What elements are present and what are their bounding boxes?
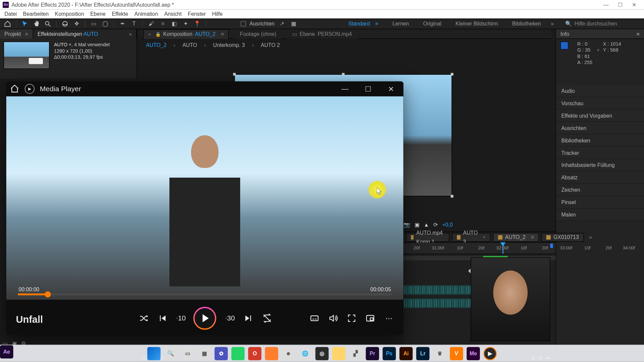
taskbar-media-encoder[interactable]: Me [467, 347, 480, 360]
next-track-icon[interactable] [244, 313, 254, 323]
taskbar-explorer[interactable] [332, 347, 345, 360]
window-minimize-icon[interactable]: — [336, 83, 354, 95]
text-tool-icon[interactable]: T [130, 20, 138, 28]
prev-track-icon[interactable] [157, 313, 167, 323]
taskbar-firefox[interactable] [265, 347, 278, 360]
tab-close-icon[interactable]: × [148, 32, 151, 37]
pan-behind-tool-icon[interactable]: ✥ [72, 20, 80, 28]
workspace-standard[interactable]: Standard [348, 21, 370, 27]
timeline-tab[interactable]: AUTO 3× [452, 233, 490, 241]
refresh-icon[interactable]: ⟳ [433, 222, 438, 228]
breadcrumb-item[interactable]: AUTO_2 [146, 42, 166, 48]
window-minimize-icon[interactable]: — [599, 1, 613, 9]
work-area-end[interactable] [550, 244, 553, 248]
taskbar-photoshop[interactable]: Ps [383, 347, 396, 360]
puppet-tool-icon[interactable]: 📍 [193, 20, 201, 28]
workspace-kleiner[interactable]: Kleiner Bildschirm [455, 21, 498, 27]
eraser-tool-icon[interactable]: ◧ [170, 20, 178, 28]
menu-ebene[interactable]: Ebene [90, 11, 106, 17]
tab-footage[interactable]: Footage (ohne) [235, 29, 281, 39]
taskbar-obs[interactable]: ◎ [315, 347, 329, 360]
exposure-value[interactable]: +0,0 [442, 222, 453, 228]
mini-player-icon[interactable] [365, 313, 375, 323]
snap-icon[interactable]: ↗ [278, 20, 286, 28]
taskbar-teams[interactable]: ✿ [215, 347, 228, 360]
panel-menu-icon[interactable]: ≡ [25, 31, 28, 37]
timeline-tab-row[interactable]: AUTO.mp4 Komp 1 AUTO 3× AUTO_2≡ GX010713… [404, 232, 556, 243]
panel-malen[interactable]: Malen [556, 208, 644, 221]
panel-tracker[interactable]: Tracker [556, 147, 644, 159]
window-titlebar[interactable]: Ae Adobe After Effects 2020 - F:\After E… [0, 0, 644, 10]
pen-tool-icon[interactable]: ✒ [118, 20, 126, 28]
windows-taskbar[interactable]: 🔍▭▦✿O☻🌐◎Ae▞PrPsAiLr♛VMe▶ [0, 345, 644, 362]
play-button[interactable] [195, 308, 215, 328]
panel-vorschau[interactable]: Vorschau [556, 97, 644, 110]
taskbar-search[interactable]: 🔍 [164, 347, 177, 360]
breadcrumb-item[interactable]: Unterkomp. 3 [213, 42, 245, 48]
help-search[interactable]: 🔍 Hilfe durchsuchen [565, 21, 640, 27]
breadcrumb-item[interactable]: AUTO 2 [261, 42, 280, 48]
roto-tool-icon[interactable]: ✦ [182, 20, 190, 28]
subtitles-icon[interactable] [310, 313, 319, 323]
panel-absatz[interactable]: Absatz [556, 172, 644, 184]
viewer-tab-row[interactable]: × 🔒 Komposition AUTO_2 ≡ Footage (ohne) … [141, 29, 551, 39]
taskbar-app-globe[interactable]: 🌐 [299, 347, 312, 360]
repeat-icon[interactable] [262, 313, 272, 323]
panel-pinsel[interactable]: Pinsel [556, 196, 644, 209]
snap-grid-icon[interactable]: ▦ [289, 20, 298, 28]
play-queue-icon[interactable]: ▶ [25, 84, 35, 94]
taskbar-app-person[interactable]: ☻ [282, 347, 295, 360]
taskbar-opera[interactable]: O [248, 347, 262, 360]
menu-komposition[interactable]: Komposition [55, 11, 84, 17]
viewer-footer-icons[interactable]: 📷 ▣ ▲ ⟳ +0,0 [404, 222, 453, 228]
tab-layer[interactable]: ▭ Ebene PERSON.mp4 [287, 29, 357, 39]
project-panel[interactable]: Projekt ≡ Effekteinstellungen AUTO » AUT… [0, 29, 137, 79]
menu-animation[interactable]: Animation [135, 11, 158, 17]
taskbar-lightroom[interactable]: Lr [416, 347, 430, 360]
panel-ausrichten[interactable]: Ausrichten [556, 122, 644, 134]
breadcrumb-item[interactable]: AUTO [182, 42, 197, 48]
zoom-tool-icon[interactable] [44, 20, 52, 28]
menu-bearbeiten[interactable]: Bearbeiten [23, 11, 49, 17]
workspace-lernen[interactable]: Lernen [392, 21, 409, 27]
lock-icon[interactable]: 🔒 [155, 32, 161, 37]
clone-tool-icon[interactable]: ⌗ [159, 20, 167, 28]
overflow-icon[interactable]: » [129, 29, 132, 39]
project-tab[interactable]: Projekt ≡ [0, 29, 33, 39]
workspace-overflow-icon[interactable]: » [551, 21, 554, 27]
taskbar-task-view[interactable]: ▭ [181, 347, 194, 360]
window-close-icon[interactable]: ✕ [382, 83, 400, 95]
time-ruler[interactable]: 20f 31:00f 10f 20f 32:00f 10f 20f 33:00f… [404, 243, 556, 254]
taskbar-whatsapp[interactable] [231, 347, 245, 360]
panel-zeichen[interactable]: Zeichen [556, 184, 644, 196]
media-player-titlebar[interactable]: ▶ Media Player — ☐ ✕ [6, 81, 403, 97]
more-icon[interactable]: ⋯ [384, 313, 394, 323]
taskbar-premiere[interactable]: Pr [366, 347, 379, 360]
panel-effekte[interactable]: Effekte und Vorgaben [556, 110, 644, 122]
effect-controls-tab[interactable]: Effekteinstellungen AUTO » [33, 29, 137, 39]
taskbar-app-v[interactable]: V [450, 347, 463, 360]
rect-tool-icon[interactable]: ▭ [90, 20, 98, 28]
home-icon[interactable] [10, 84, 19, 94]
info-panel-header[interactable]: Info≡ [556, 29, 644, 39]
tab-composition[interactable]: × 🔒 Komposition AUTO_2 ≡ [143, 29, 229, 39]
menu-ansicht[interactable]: Ansicht [164, 11, 182, 17]
panel-menu-icon[interactable]: ≡ [221, 31, 224, 37]
timeline-tab[interactable]: GX010713 [541, 233, 584, 241]
taskbar-widgets[interactable]: ▦ [198, 347, 211, 360]
workspace-bibliotheken[interactable]: Bibliotheken [512, 21, 541, 27]
adjust-icon[interactable]: ▲ [424, 222, 429, 228]
panel-inhaltsfuellung[interactable]: Inhaltsbasierte Füllung [556, 159, 644, 172]
panel-audio[interactable]: Audio [556, 85, 644, 97]
panel-menu-icon[interactable]: ≡ [637, 29, 640, 39]
home-icon[interactable] [4, 20, 12, 28]
workspace-original[interactable]: Original [423, 21, 441, 27]
menu-bar[interactable]: Datei Bearbeiten Komposition Ebene Effek… [0, 10, 644, 18]
hand-tool-icon[interactable] [32, 20, 40, 28]
skip-back-icon[interactable]: 10 [176, 313, 186, 323]
media-player-window[interactable]: ▶ Media Player — ☐ ✕ 00:00:00 00:00:05 U… [6, 81, 403, 335]
window-maximize-icon[interactable]: ☐ [359, 83, 377, 95]
comp-breadcrumb[interactable]: AUTO_2‹ AUTO‹ Unterkomp. 3‹ AUTO 2 [146, 41, 280, 49]
workspace-menu-icon[interactable]: ≡ [375, 21, 378, 27]
tab-close-icon[interactable]: × [483, 233, 486, 241]
